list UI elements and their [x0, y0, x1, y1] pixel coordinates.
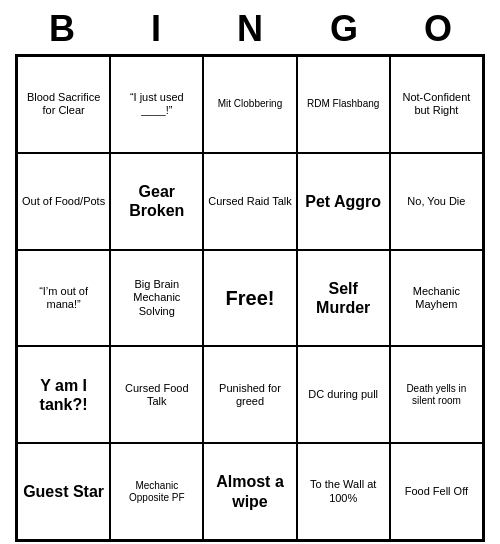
- bingo-cell-r4c4[interactable]: Food Fell Off: [390, 443, 483, 540]
- bingo-cell-r1c4[interactable]: No, You Die: [390, 153, 483, 250]
- cell-text: Blood Sacrifice for Clear: [21, 91, 106, 117]
- cell-text: Self Murder: [301, 279, 386, 317]
- bingo-letter: G: [316, 8, 372, 50]
- cell-text: “I just used ____!”: [114, 91, 199, 117]
- cell-text: To the Wall at 100%: [301, 478, 386, 504]
- bingo-cell-r2c1[interactable]: Big Brain Mechanic Solving: [110, 250, 203, 347]
- bingo-cell-r2c0[interactable]: “I’m out of mana!”: [17, 250, 110, 347]
- bingo-title: BINGO: [15, 8, 485, 50]
- cell-text: Y am I tank?!: [21, 376, 106, 414]
- bingo-cell-r4c3[interactable]: To the Wall at 100%: [297, 443, 390, 540]
- cell-text: Death yells in silent room: [394, 383, 479, 407]
- bingo-cell-r4c1[interactable]: Mechanic Opposite PF: [110, 443, 203, 540]
- bingo-cell-r1c3[interactable]: Pet Aggro: [297, 153, 390, 250]
- cell-text: Cursed Food Talk: [114, 382, 199, 408]
- cell-text: Big Brain Mechanic Solving: [114, 278, 199, 318]
- cell-text: Gear Broken: [114, 182, 199, 220]
- cell-text: “I’m out of mana!”: [21, 285, 106, 311]
- bingo-letter: N: [222, 8, 278, 50]
- bingo-cell-r0c1[interactable]: “I just used ____!”: [110, 56, 203, 153]
- bingo-cell-r4c0[interactable]: Guest Star: [17, 443, 110, 540]
- bingo-cell-r0c3[interactable]: RDM Flashbang: [297, 56, 390, 153]
- bingo-cell-r3c4[interactable]: Death yells in silent room: [390, 346, 483, 443]
- bingo-cell-r2c3[interactable]: Self Murder: [297, 250, 390, 347]
- cell-text: Punished for greed: [207, 382, 292, 408]
- cell-text: RDM Flashbang: [307, 98, 379, 110]
- bingo-cell-r0c0[interactable]: Blood Sacrifice for Clear: [17, 56, 110, 153]
- cell-text: Not-Confident but Right: [394, 91, 479, 117]
- bingo-cell-r1c0[interactable]: Out of Food/Pots: [17, 153, 110, 250]
- cell-text: Mit Clobbering: [218, 98, 282, 110]
- cell-text: Free!: [226, 286, 275, 310]
- bingo-cell-r1c1[interactable]: Gear Broken: [110, 153, 203, 250]
- bingo-letter: O: [410, 8, 466, 50]
- bingo-grid: Blood Sacrifice for Clear“I just used __…: [15, 54, 485, 542]
- cell-text: Mechanic Opposite PF: [114, 480, 199, 504]
- bingo-cell-r0c2[interactable]: Mit Clobbering: [203, 56, 296, 153]
- cell-text: DC during pull: [308, 388, 378, 401]
- cell-text: Guest Star: [23, 482, 104, 501]
- cell-text: Mechanic Mayhem: [394, 285, 479, 311]
- bingo-cell-r2c2[interactable]: Free!: [203, 250, 296, 347]
- cell-text: Pet Aggro: [305, 192, 381, 211]
- bingo-letter: B: [34, 8, 90, 50]
- cell-text: Food Fell Off: [405, 485, 468, 498]
- cell-text: Out of Food/Pots: [22, 195, 105, 208]
- bingo-cell-r3c3[interactable]: DC during pull: [297, 346, 390, 443]
- bingo-cell-r0c4[interactable]: Not-Confident but Right: [390, 56, 483, 153]
- cell-text: Almost a wipe: [207, 472, 292, 510]
- cell-text: No, You Die: [407, 195, 465, 208]
- bingo-cell-r3c2[interactable]: Punished for greed: [203, 346, 296, 443]
- bingo-cell-r2c4[interactable]: Mechanic Mayhem: [390, 250, 483, 347]
- bingo-cell-r3c0[interactable]: Y am I tank?!: [17, 346, 110, 443]
- bingo-letter: I: [128, 8, 184, 50]
- bingo-cell-r4c2[interactable]: Almost a wipe: [203, 443, 296, 540]
- bingo-cell-r3c1[interactable]: Cursed Food Talk: [110, 346, 203, 443]
- bingo-cell-r1c2[interactable]: Cursed Raid Talk: [203, 153, 296, 250]
- cell-text: Cursed Raid Talk: [208, 195, 292, 208]
